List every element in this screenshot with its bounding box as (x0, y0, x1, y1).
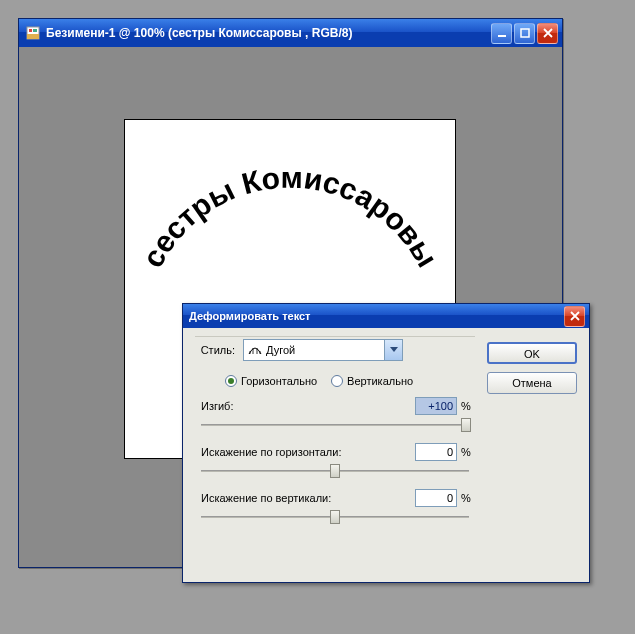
dialog-close-button[interactable] (564, 306, 585, 327)
combobox-arrow[interactable] (384, 340, 402, 360)
orientation-v-label: Вертикально (347, 375, 413, 387)
warp-text-dialog: Деформировать текст Стиль: Дугой (182, 303, 590, 583)
style-value: Дугой (266, 344, 398, 356)
vdist-label: Искажение по вертикали: (201, 492, 415, 504)
style-combobox[interactable]: Дугой (243, 339, 403, 361)
document-titlebar[interactable]: Безимени-1 @ 100% (сестры Комиссаровы , … (19, 19, 562, 47)
bend-slider[interactable] (201, 417, 469, 435)
slider-thumb[interactable] (330, 510, 340, 524)
radio-icon (225, 375, 237, 387)
ok-button[interactable]: OK (487, 342, 577, 364)
svg-rect-2 (29, 29, 32, 32)
slider-thumb[interactable] (461, 418, 471, 432)
warp-options-group: Стиль: Дугой Горизонтально (195, 336, 475, 568)
chevron-down-icon (390, 347, 398, 353)
orientation-h-label: Горизонтально (241, 375, 317, 387)
dialog-title: Деформировать текст (189, 310, 564, 322)
bend-unit: % (457, 400, 475, 412)
minimize-button[interactable] (491, 23, 512, 44)
document-icon (25, 25, 41, 41)
arc-style-icon (248, 344, 262, 356)
close-icon (543, 28, 553, 38)
vdist-slider[interactable] (201, 509, 469, 527)
svg-rect-1 (27, 34, 39, 39)
style-label: Стиль: (195, 344, 243, 356)
close-icon (570, 311, 580, 321)
canvas-text: сестры Комиссаровы (136, 161, 445, 273)
hdist-unit: % (457, 446, 475, 458)
orientation-vertical[interactable]: Вертикально (331, 375, 413, 387)
orientation-horizontal[interactable]: Горизонтально (225, 375, 317, 387)
bend-label: Изгиб: (201, 400, 415, 412)
slider-thumb[interactable] (330, 464, 340, 478)
svg-text:сестры Комиссаровы: сестры Комиссаровы (136, 161, 445, 273)
cancel-button[interactable]: Отмена (487, 372, 577, 394)
svg-rect-5 (521, 29, 529, 37)
dialog-titlebar[interactable]: Деформировать текст (183, 304, 589, 328)
maximize-button[interactable] (514, 23, 535, 44)
vdist-unit: % (457, 492, 475, 504)
hdist-label: Искажение по горизонтали: (201, 446, 415, 458)
radio-icon (331, 375, 343, 387)
bend-input[interactable]: +100 (415, 397, 457, 415)
minimize-icon (497, 28, 507, 38)
vdist-input[interactable]: 0 (415, 489, 457, 507)
hdist-input[interactable]: 0 (415, 443, 457, 461)
svg-rect-3 (33, 29, 37, 32)
close-button[interactable] (537, 23, 558, 44)
slider-track (201, 424, 469, 426)
svg-rect-4 (498, 35, 506, 37)
hdist-slider[interactable] (201, 463, 469, 481)
document-title: Безимени-1 @ 100% (сестры Комиссаровы , … (46, 26, 491, 40)
maximize-icon (520, 28, 530, 38)
